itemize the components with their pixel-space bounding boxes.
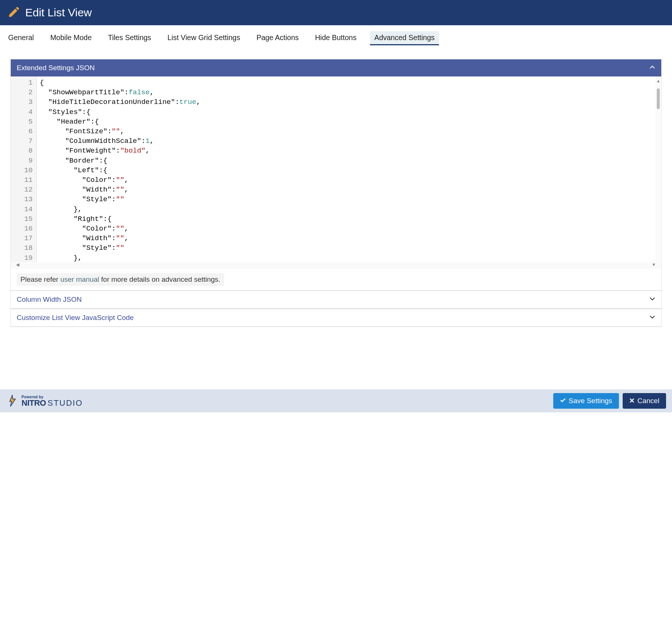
tab-page-actions[interactable]: Page Actions <box>253 31 302 45</box>
brand-sub: STUDIO <box>47 398 83 408</box>
panel-title: Column Width JSON <box>17 295 82 304</box>
content-area: Extended Settings JSON 1 2 3 4 5 6 7 8 9… <box>0 49 672 337</box>
scroll-left-icon[interactable]: ◀ <box>16 262 19 269</box>
chevron-down-icon <box>649 296 655 303</box>
panel-header-customize-js[interactable]: Customize List View JavaScript Code <box>11 309 661 327</box>
close-icon <box>629 397 635 405</box>
panel-customize-js: Customize List View JavaScript Code <box>10 309 662 327</box>
tab-general[interactable]: General <box>5 31 37 45</box>
tab-list-view-grid-settings[interactable]: List View Grid Settings <box>164 31 243 45</box>
user-manual-link[interactable]: user manual <box>60 275 99 283</box>
panel-extended-settings: Extended Settings JSON 1 2 3 4 5 6 7 8 9… <box>10 59 662 291</box>
panel-title: Customize List View JavaScript Code <box>17 314 134 322</box>
scroll-right-icon[interactable]: ▼ <box>652 262 656 269</box>
page-title: Edit List View <box>25 6 92 19</box>
panel-column-width: Column Width JSON <box>10 291 662 309</box>
scrollbar-horizontal[interactable]: ◀ ▼ <box>11 262 661 269</box>
tab-advanced-settings[interactable]: Advanced Settings <box>370 31 439 45</box>
brand-logo: Powered by NITROSTUDIO <box>6 395 83 407</box>
panel-title: Extended Settings JSON <box>17 64 95 72</box>
json-editor[interactable]: 1 2 3 4 5 6 7 8 9 10 11 12 13 14 15 16 1… <box>11 76 661 262</box>
footer-bar: Powered by NITROSTUDIO Save Settings Can… <box>0 389 672 412</box>
cancel-label: Cancel <box>637 397 659 405</box>
check-icon <box>560 397 566 405</box>
chevron-up-icon <box>649 64 655 72</box>
tab-mobile-mode[interactable]: Mobile Mode <box>47 31 95 45</box>
panel-header-extended[interactable]: Extended Settings JSON <box>11 59 661 76</box>
page-header: Edit List View <box>0 0 672 25</box>
help-row: Please refer user manual for more detail… <box>11 269 661 290</box>
brand-main: NITRO <box>22 398 46 408</box>
tab-tiles-settings[interactable]: Tiles Settings <box>105 31 154 45</box>
pencil-icon <box>7 5 21 20</box>
editor-code[interactable]: { "ShowWebpartTitle":false, "HideTitleDe… <box>37 76 661 262</box>
help-text: Please refer user manual for more detail… <box>17 273 224 286</box>
scroll-thumb[interactable] <box>657 88 660 109</box>
nitro-logo-icon <box>6 395 19 407</box>
help-prefix: Please refer <box>20 275 60 283</box>
panel-header-column-width[interactable]: Column Width JSON <box>11 291 661 308</box>
scroll-up-icon[interactable]: ▲ <box>657 76 659 86</box>
brand-text: NITROSTUDIO <box>22 399 83 407</box>
save-label: Save Settings <box>569 397 612 405</box>
save-settings-button[interactable]: Save Settings <box>553 393 619 409</box>
help-suffix: for more details on advanced settings. <box>99 275 220 283</box>
editor-gutter: 1 2 3 4 5 6 7 8 9 10 11 12 13 14 15 16 1… <box>11 76 37 262</box>
chevron-down-icon <box>649 314 655 321</box>
tab-bar: GeneralMobile ModeTiles SettingsList Vie… <box>0 25 672 49</box>
tab-hide-buttons[interactable]: Hide Buttons <box>312 31 360 45</box>
scrollbar-vertical[interactable]: ▲ <box>655 76 661 262</box>
cancel-button[interactable]: Cancel <box>623 393 666 409</box>
